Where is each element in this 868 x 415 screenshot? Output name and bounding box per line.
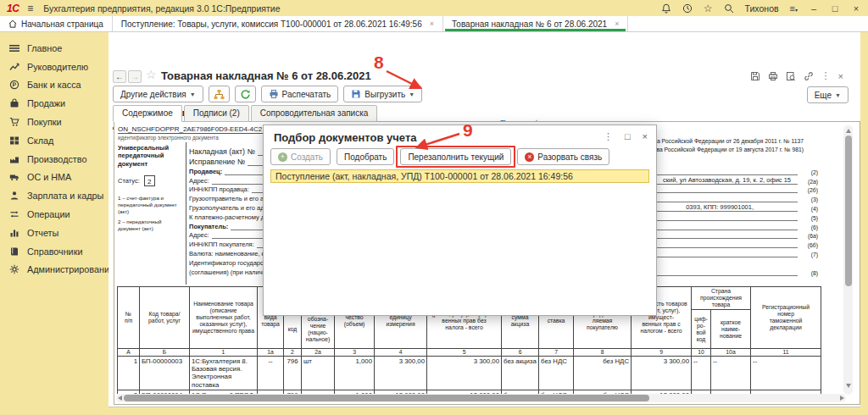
- preview-icon[interactable]: [786, 71, 796, 81]
- vertical-scroll-thumb[interactable]: [845, 136, 852, 286]
- sidebar-item-label: ОС и НМА: [27, 172, 71, 182]
- sidebar-item-administration[interactable]: Администрирование: [0, 261, 108, 279]
- sidebar-item-purchases[interactable]: Покупки: [0, 113, 108, 131]
- history-icon[interactable]: [682, 3, 693, 14]
- window-maximize-icon[interactable]: □: [830, 3, 840, 14]
- pick-button[interactable]: Подобрать: [337, 148, 394, 165]
- dialog-menu-icon[interactable]: ⋮: [604, 131, 613, 142]
- tab-close-icon[interactable]: ×: [615, 19, 619, 28]
- col-country-name: краткое наиме- нование: [711, 310, 751, 349]
- main-menu-icon[interactable]: ≡: [27, 3, 33, 14]
- sidebar: Главное Руководителю Банк и касса Продаж…: [0, 32, 108, 415]
- scroll-up-icon[interactable]: [846, 129, 851, 133]
- app-window: 1С ≡ Бухгалтерия предприятия, редакция 3…: [0, 0, 868, 415]
- upd-divider: [186, 142, 186, 285]
- field-label: Адрес:: [189, 231, 212, 239]
- create-label: Создать: [291, 152, 323, 162]
- chevron-down-icon: ▼: [190, 91, 196, 97]
- gear-icon: [9, 264, 19, 274]
- sidebar-item-payroll-hr[interactable]: Зарплата и кадры: [0, 186, 108, 205]
- col-item-code: Код товара/ работ, услуг: [140, 287, 190, 349]
- sidebar-item-reports[interactable]: Отчеты: [0, 224, 108, 242]
- sidebar-item-manager[interactable]: Руководителю: [0, 58, 108, 76]
- tab-signatures[interactable]: Подписи (2): [184, 105, 249, 122]
- scroll-down-icon[interactable]: [846, 384, 851, 388]
- sidebar-item-sales[interactable]: Продажи: [0, 94, 108, 113]
- window-close-icon[interactable]: ×: [851, 3, 861, 14]
- sidebar-item-label: Администрирование: [27, 264, 114, 274]
- dialog-close-icon[interactable]: ×: [643, 131, 648, 142]
- sidebar-item-label: Производство: [27, 154, 86, 164]
- unlink-button[interactable]: ×Разорвать связь: [517, 148, 609, 165]
- tab-contents[interactable]: Содержимое: [113, 105, 182, 122]
- list-item-selected[interactable]: Поступление (акт, накладная, УПД) Т100-0…: [270, 169, 649, 183]
- field-label: Накладная (акт) №: [189, 147, 258, 156]
- bar-chart-icon: [9, 228, 19, 238]
- field-num: (6а): [798, 233, 818, 239]
- form-header-icons: ⋮ ×: [750, 70, 843, 81]
- titlebar: 1С ≡ Бухгалтерия предприятия, редакция 3…: [0, 0, 868, 16]
- sidebar-item-fixed-assets[interactable]: ОС и НМА: [0, 169, 108, 187]
- structure-button[interactable]: [209, 86, 230, 102]
- search-icon[interactable]: [724, 3, 734, 14]
- back-button[interactable]: ←: [113, 70, 126, 83]
- field-label: Продавец:: [189, 168, 225, 175]
- more-button[interactable]: Еще▼: [807, 86, 849, 103]
- field-label: Исправление №: [189, 158, 248, 166]
- field-num: (5): [798, 215, 818, 221]
- forward-button[interactable]: →: [128, 70, 142, 83]
- dialog-maximize-icon[interactable]: □: [625, 131, 631, 142]
- sidebar-item-label: Банк и касса: [27, 80, 81, 90]
- field-num: (8): [798, 270, 818, 276]
- bag-icon: [9, 98, 19, 108]
- sidebar-item-label: Операции: [27, 209, 70, 219]
- refresh-button[interactable]: [235, 86, 256, 102]
- close-form-icon[interactable]: ×: [838, 71, 843, 81]
- tab-close-icon[interactable]: ×: [430, 19, 434, 28]
- scroll-right-icon[interactable]: [840, 396, 844, 401]
- debit-credit-icon: [9, 209, 19, 219]
- field-num: (2б): [798, 187, 818, 193]
- sidebar-item-warehouse[interactable]: Склад: [0, 131, 108, 150]
- horizontal-scrollbar[interactable]: [116, 394, 846, 402]
- print-icon[interactable]: [768, 71, 778, 81]
- scroll-left-icon[interactable]: [118, 396, 122, 401]
- tab-home[interactable]: Начальная страница: [0, 16, 113, 31]
- sidebar-item-operations[interactable]: Операции: [0, 205, 108, 224]
- grid-icon: [9, 136, 19, 146]
- service-settings-icon[interactable]: ≡▾: [790, 3, 798, 14]
- sidebar-item-label: Зарплата и кадры: [27, 191, 103, 201]
- sidebar-item-bank-cash[interactable]: Банк и касса: [0, 76, 108, 95]
- sidebar-item-production[interactable]: Производство: [0, 150, 108, 169]
- sidebar-item-directories[interactable]: Справочники: [0, 242, 108, 261]
- field-num: (2): [798, 169, 818, 175]
- notifications-bell-icon[interactable]: [661, 3, 671, 14]
- current-user[interactable]: Тихонов: [745, 3, 779, 14]
- upd-legend-1: 1 – счет-фактура и передаточный документ…: [118, 195, 184, 215]
- favorite-star-icon[interactable]: ☆: [146, 68, 157, 81]
- tab-postuplenie[interactable]: Поступление: Товары, услуги, комиссия Т1…: [113, 16, 443, 31]
- print-button[interactable]: Распечатать: [261, 86, 339, 102]
- sidebar-item-label: Склад: [27, 136, 53, 146]
- print-label: Распечатать: [282, 90, 331, 99]
- horizontal-scroll-thumb[interactable]: [124, 395, 649, 401]
- person-icon: [9, 191, 19, 201]
- favorites-star-icon[interactable]: ☆: [704, 3, 713, 14]
- create-button[interactable]: +Создать: [270, 148, 331, 165]
- link-icon[interactable]: [804, 71, 814, 81]
- vertical-scrollbar[interactable]: [843, 125, 853, 395]
- tab-tovarnaya-nakladnaya[interactable]: Товарная накладная № 6 от 28.06.2021 ×: [443, 16, 628, 31]
- field-label: ИНН/КПП продавца:: [189, 185, 252, 193]
- more-vert-icon[interactable]: ⋮: [821, 70, 831, 81]
- window-minimize-icon[interactable]: –: [809, 3, 819, 14]
- field-num: (6): [798, 224, 818, 230]
- save-icon[interactable]: [750, 71, 760, 81]
- field-label: Валюта: наименование, код: [189, 250, 274, 257]
- sidebar-item-main[interactable]: Главное: [0, 39, 108, 58]
- other-actions-button[interactable]: Другие действия▼: [113, 86, 203, 102]
- regulation-note-1: льства Российской Федерации от 26 декабр…: [642, 137, 804, 146]
- upd-title: Универсальный передаточный документ: [118, 144, 184, 168]
- content-tabs: Содержимое Подписи (2) Сопроводительная …: [113, 105, 377, 122]
- tab-cover-note[interactable]: Сопроводительная записка: [251, 105, 378, 122]
- floppy-icon: [351, 89, 361, 99]
